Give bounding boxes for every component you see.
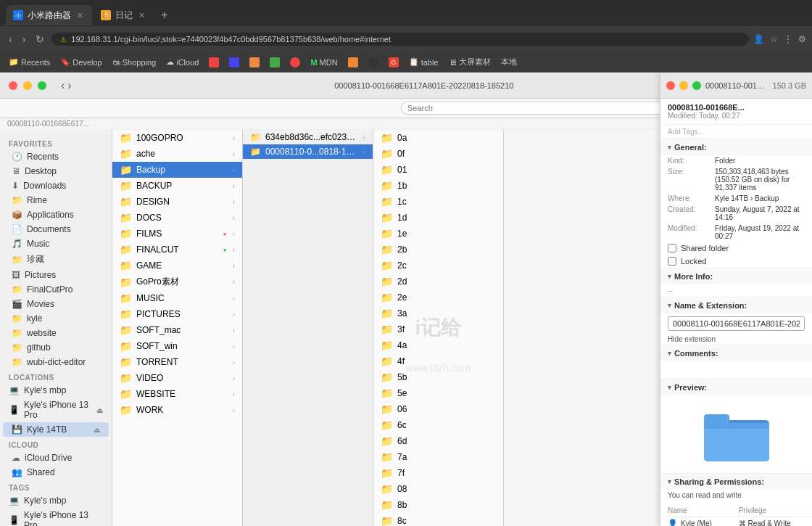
hide-extension-button[interactable]: Hide extension bbox=[660, 334, 812, 345]
file-item-2e[interactable]: 📁 2e bbox=[373, 289, 503, 305]
profile-icon[interactable]: 👤 bbox=[753, 34, 764, 44]
address-bar[interactable]: ⚠ 192.168.31.1/cgi-bin/luci/;stok=e74400… bbox=[51, 33, 749, 46]
finder-forward-button[interactable]: › bbox=[67, 79, 71, 92]
file-item-gopro[interactable]: 📁 GoPro素材 › bbox=[112, 274, 242, 290]
add-tags-bar[interactable]: Add Tags... bbox=[660, 130, 812, 139]
sidebar-item-downloads[interactable]: ⬇ Downloads bbox=[3, 178, 109, 193]
file-item-soft-mac[interactable]: 📁 SOFT_mac › bbox=[112, 322, 242, 338]
sidebar-item-finalcutpro[interactable]: 📁 FinalCutPro bbox=[3, 282, 109, 297]
file-item-00008110[interactable]: 📁 00008110-0...0818-185210 › bbox=[243, 144, 373, 159]
file-item-soft-win[interactable]: 📁 SOFT_win › bbox=[112, 338, 242, 354]
file-item-2d[interactable]: 📁 2d bbox=[373, 274, 503, 289]
bookmark-r3[interactable] bbox=[246, 57, 262, 68]
file-item-7f[interactable]: 📁 7f bbox=[373, 465, 503, 481]
sidebar-item-desktop[interactable]: 🖥 Desktop bbox=[3, 164, 109, 178]
file-item-1b[interactable]: 📁 1b bbox=[373, 178, 503, 194]
tab-router[interactable]: 小 小米路由器 ✕ bbox=[6, 5, 92, 25]
sidebar-item-recents[interactable]: 🕐 Recents bbox=[3, 149, 109, 164]
file-item-06[interactable]: 📁 06 bbox=[373, 401, 503, 417]
bookmark-r5[interactable] bbox=[287, 57, 303, 68]
sidebar-item-collection[interactable]: 📁 珍藏 bbox=[3, 251, 109, 268]
more-info-header[interactable]: ▾ More Info: bbox=[660, 268, 812, 284]
file-item-2b[interactable]: 📁 2b bbox=[373, 242, 503, 258]
file-item-2c[interactable]: 📁 2c bbox=[373, 258, 503, 274]
sidebar-item-pictures[interactable]: 🖼 Pictures bbox=[3, 268, 109, 282]
bookmark-screen[interactable]: 🖥 大屏素材 bbox=[446, 56, 494, 68]
sidebar-item-icloud-drive[interactable]: ☁ iCloud Drive bbox=[3, 451, 109, 465]
sidebar-item-shared[interactable]: 👥 Shared bbox=[3, 465, 109, 480]
bookmark-icloud[interactable]: ☁ iCloud bbox=[163, 57, 202, 67]
tab-close-router[interactable]: ✕ bbox=[75, 11, 85, 20]
bookmark-r2[interactable] bbox=[226, 57, 242, 68]
back-button[interactable]: ‹ bbox=[6, 32, 15, 46]
file-item-video[interactable]: 📁 VIDEO › bbox=[112, 370, 242, 386]
bookmark-r4[interactable] bbox=[267, 57, 283, 68]
bookmark-shopping[interactable]: 🛍 Shopping bbox=[109, 57, 160, 67]
file-item-100gopro[interactable]: 📁 100GOPRO › bbox=[112, 130, 242, 146]
file-item-4f[interactable]: 📁 4f bbox=[373, 353, 503, 369]
file-item-08[interactable]: 📁 08 bbox=[373, 481, 503, 497]
file-item-ache[interactable]: 📁 ache › bbox=[112, 146, 242, 162]
locked-checkbox[interactable] bbox=[668, 257, 676, 266]
file-item-music[interactable]: 📁 MUSIC › bbox=[112, 290, 242, 306]
file-item-backup2[interactable]: 📁 BACKUP › bbox=[112, 178, 242, 194]
filename-input[interactable] bbox=[668, 316, 805, 331]
preview-header[interactable]: ▾ Preview: bbox=[660, 379, 812, 395]
file-item-work[interactable]: 📁 WORK › bbox=[112, 402, 242, 418]
iphone13-eject-icon[interactable]: ⏏ bbox=[96, 406, 103, 414]
new-tab-button[interactable]: + bbox=[155, 6, 173, 25]
tab-diary[interactable]: 📔 日记 ✕ bbox=[94, 5, 154, 25]
general-section-header[interactable]: ▾ General: bbox=[660, 139, 812, 155]
sidebar-item-kyle14tb[interactable]: 💾 Kyle 14TB ⏏ bbox=[3, 422, 109, 437]
sidebar-item-rime[interactable]: 📁 Rime bbox=[3, 193, 109, 207]
bookmark-local[interactable]: 本地 bbox=[498, 56, 520, 68]
file-item-website[interactable]: 📁 WEBSITE › bbox=[112, 386, 242, 402]
file-item-4a[interactable]: 📁 4a bbox=[373, 337, 503, 353]
file-item-7a[interactable]: 📁 7a bbox=[373, 449, 503, 465]
sidebar-item-kyles-mbp[interactable]: 💻 Kyle's mbp bbox=[0, 383, 112, 398]
sidebar-item-wubi[interactable]: 📁 wubi-dict-editor bbox=[3, 355, 109, 369]
forward-button[interactable]: › bbox=[20, 32, 29, 46]
settings-icon[interactable]: ⚙ bbox=[798, 34, 806, 44]
file-item-finalcut[interactable]: 📁 FINALCUT ● › bbox=[112, 242, 242, 258]
file-item-01[interactable]: 📁 01 bbox=[373, 162, 503, 178]
window-maximize-button[interactable] bbox=[38, 81, 46, 90]
window-minimize-button[interactable] bbox=[23, 81, 32, 90]
shared-folder-checkbox[interactable] bbox=[668, 244, 676, 252]
sidebar-item-website[interactable]: 📁 website bbox=[3, 326, 109, 340]
comments-header[interactable]: ▾ Comments: bbox=[660, 345, 812, 361]
sidebar-item-movies[interactable]: 🎬 Movies bbox=[3, 297, 109, 311]
file-item-torrent[interactable]: 📁 TORRENT › bbox=[112, 354, 242, 370]
file-item-game[interactable]: 📁 GAME › bbox=[112, 258, 242, 274]
bookmark-r1[interactable] bbox=[206, 57, 222, 68]
name-extension-header[interactable]: ▾ Name & Extension: bbox=[660, 297, 812, 313]
file-item-634eb[interactable]: 📁 634eb8d36c...efc0232f71a › bbox=[243, 130, 373, 144]
bookmark-work[interactable]: 📁 Recents bbox=[6, 57, 53, 67]
bookmark-table[interactable]: 📋 table bbox=[406, 57, 442, 67]
bookmark-sinaweibo[interactable] bbox=[345, 57, 361, 68]
bookmark-icon[interactable]: ☆ bbox=[770, 34, 778, 44]
file-item-3a[interactable]: 📁 3a bbox=[373, 305, 503, 321]
refresh-button[interactable]: ↻ bbox=[33, 32, 47, 46]
file-item-backup[interactable]: 📁 Backup › bbox=[112, 162, 242, 178]
file-item-design[interactable]: 📁 DESIGN › bbox=[112, 194, 242, 210]
file-item-1d[interactable]: 📁 1d bbox=[373, 210, 503, 226]
finder-back-button[interactable]: ‹ bbox=[61, 79, 65, 92]
file-item-1c[interactable]: 📁 1c bbox=[373, 194, 503, 210]
bookmark-github[interactable] bbox=[365, 57, 381, 68]
file-item-1e[interactable]: 📁 1e bbox=[373, 226, 503, 242]
sidebar-item-music[interactable]: 🎵 Music bbox=[3, 237, 109, 251]
window-close-button[interactable] bbox=[9, 81, 17, 90]
file-item-5b[interactable]: 📁 5b bbox=[373, 369, 503, 385]
kyle14tb-eject-icon[interactable]: ⏏ bbox=[94, 426, 100, 434]
bookmark-mdn[interactable]: M MDN bbox=[307, 57, 340, 67]
file-item-pictures[interactable]: 📁 PICTURES › bbox=[112, 306, 242, 322]
sidebar-item-applications[interactable]: 📦 Applications bbox=[3, 207, 109, 222]
file-item-0f[interactable]: 📁 0f bbox=[373, 146, 503, 162]
tab-close-diary[interactable]: ✕ bbox=[137, 11, 146, 20]
file-item-8b[interactable]: 📁 8b bbox=[373, 497, 503, 513]
sidebar-item-kyle[interactable]: 📁 kyle bbox=[3, 311, 109, 326]
sharing-header[interactable]: ▾ Sharing & Permissions: bbox=[660, 474, 812, 490]
bookmark-develop[interactable]: 🔖 Develop bbox=[57, 57, 104, 67]
file-item-6c[interactable]: 📁 6c bbox=[373, 417, 503, 433]
